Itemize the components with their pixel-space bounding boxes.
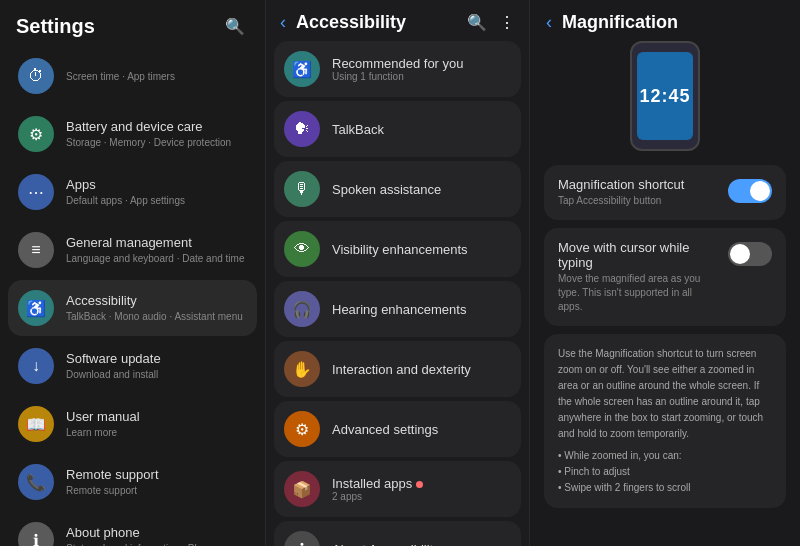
magnification-description-block: Use the Magnification shortcut to turn s… xyxy=(544,334,786,508)
accessibility-back-button[interactable]: ‹ xyxy=(280,12,286,33)
item-text: About Accessibility xyxy=(332,542,440,547)
item-name: Remote support xyxy=(66,467,159,484)
item-name: Interaction and dexterity xyxy=(332,362,471,377)
item-name: Advanced settings xyxy=(332,422,438,437)
toggle-knob xyxy=(750,181,770,201)
list-item[interactable]: ℹ About Accessibility xyxy=(274,521,521,546)
magnification-shortcut-title: Magnification shortcut xyxy=(558,177,718,192)
accessibility-more-icon[interactable]: ⋮ xyxy=(499,13,515,32)
item-icon: 👁 xyxy=(284,231,320,267)
list-item[interactable]: 🎧 Hearing enhancements xyxy=(274,281,521,337)
item-icon: ⚙ xyxy=(18,116,54,152)
item-name: TalkBack xyxy=(332,122,384,137)
notification-dot xyxy=(416,481,423,488)
item-icon: ⋯ xyxy=(18,174,54,210)
item-icon: ⏱ xyxy=(18,58,54,94)
item-text: About phone Status · Legal information ·… xyxy=(66,525,244,546)
item-text: General management Language and keyboard… xyxy=(66,235,244,266)
item-text: Software update Download and install xyxy=(66,351,161,382)
item-truncated: Screen time · App timers xyxy=(66,71,175,82)
item-name: User manual xyxy=(66,409,140,426)
left-panel: Settings 🔍 ⏱ Screen time · App timers ⚙ … xyxy=(0,0,265,546)
item-icon: ℹ xyxy=(18,522,54,546)
item-sub: Learn more xyxy=(66,426,140,439)
settings-title: Settings xyxy=(16,15,95,38)
item-icon: 🎙 xyxy=(284,171,320,207)
list-item[interactable]: ✋ Interaction and dexterity xyxy=(274,341,521,397)
middle-panel: ‹ Accessibility 🔍 ⋮ ♿ Recommended for yo… xyxy=(265,0,530,546)
magnification-description-text: Use the Magnification shortcut to turn s… xyxy=(558,348,763,439)
item-name: Recommended for you xyxy=(332,56,464,71)
accessibility-title: Accessibility xyxy=(296,12,461,33)
item-text: Battery and device care Storage · Memory… xyxy=(66,119,231,150)
list-item[interactable]: ⚙ Advanced settings xyxy=(274,401,521,457)
list-item[interactable]: ⏱ Screen time · App timers xyxy=(8,48,257,104)
item-icon: ✋ xyxy=(284,351,320,387)
right-content: 12:45 Magnification shortcut Tap Accessi… xyxy=(530,41,800,546)
item-icon: ⚙ xyxy=(284,411,320,447)
accessibility-search-icon[interactable]: 🔍 xyxy=(467,13,487,32)
move-cursor-text: Move with cursor while typing Move the m… xyxy=(558,240,718,314)
item-name: Installed apps xyxy=(332,476,423,491)
item-text: Installed apps 2 apps xyxy=(332,476,423,502)
item-text: Advanced settings xyxy=(332,422,438,437)
list-item[interactable]: ≡ General management Language and keyboa… xyxy=(8,222,257,278)
item-icon: 📦 xyxy=(284,471,320,507)
item-icon: 🎧 xyxy=(284,291,320,327)
magnification-shortcut-row: Magnification shortcut Tap Accessibility… xyxy=(558,177,772,208)
item-text: Remote support Remote support xyxy=(66,467,159,498)
item-name: Spoken assistance xyxy=(332,182,441,197)
list-item[interactable]: ↓ Software update Download and install xyxy=(8,338,257,394)
while-zoomed-list: While zoomed in, you can: Pinch to adjus… xyxy=(558,448,772,496)
item-text: Screen time · App timers xyxy=(66,71,175,82)
left-panel-header: Settings 🔍 xyxy=(0,0,265,48)
while-zoomed-item-2: Swipe with 2 fingers to scroll xyxy=(558,480,772,496)
item-text: Accessibility TalkBack · Mono audio · As… xyxy=(66,293,243,324)
list-item[interactable]: 🗣 TalkBack xyxy=(274,101,521,157)
settings-search-icon[interactable]: 🔍 xyxy=(221,12,249,40)
list-item[interactable]: 👁 Visibility enhancements xyxy=(274,221,521,277)
item-name: Visibility enhancements xyxy=(332,242,468,257)
item-icon: ↓ xyxy=(18,348,54,384)
magnification-shortcut-text: Magnification shortcut Tap Accessibility… xyxy=(558,177,718,208)
item-icon: ♿ xyxy=(18,290,54,326)
move-cursor-row: Move with cursor while typing Move the m… xyxy=(558,240,772,314)
item-icon: ≡ xyxy=(18,232,54,268)
move-cursor-toggle[interactable] xyxy=(728,242,772,266)
list-item[interactable]: ℹ About phone Status · Legal information… xyxy=(8,512,257,546)
item-name: Accessibility xyxy=(66,293,243,310)
item-name: Apps xyxy=(66,177,185,194)
item-name: About phone xyxy=(66,525,244,542)
list-item[interactable]: 🎙 Spoken assistance xyxy=(274,161,521,217)
move-cursor-title: Move with cursor while typing xyxy=(558,240,718,270)
item-text: Visibility enhancements xyxy=(332,242,468,257)
list-item[interactable]: 📞 Remote support Remote support xyxy=(8,454,257,510)
list-item[interactable]: ⚙ Battery and device care Storage · Memo… xyxy=(8,106,257,162)
item-text: Interaction and dexterity xyxy=(332,362,471,377)
magnification-back-button[interactable]: ‹ xyxy=(546,12,552,33)
move-cursor-desc: Move the magnified area as you type. Thi… xyxy=(558,272,718,314)
while-zoomed-title: While zoomed in, you can: xyxy=(558,448,772,464)
item-text: TalkBack xyxy=(332,122,384,137)
item-text: Recommended for you Using 1 function xyxy=(332,56,464,82)
item-sub: Download and install xyxy=(66,368,161,381)
magnification-shortcut-toggle[interactable] xyxy=(728,179,772,203)
toggle-knob-2 xyxy=(730,244,750,264)
item-icon: 🗣 xyxy=(284,111,320,147)
list-item[interactable]: ⋯ Apps Default apps · App settings xyxy=(8,164,257,220)
phone-screen-time: 12:45 xyxy=(637,52,693,140)
list-item[interactable]: ♿ Recommended for you Using 1 function xyxy=(274,41,521,97)
list-item[interactable]: 📖 User manual Learn more xyxy=(8,396,257,452)
item-sub: Default apps · App settings xyxy=(66,194,185,207)
middle-header-icons: 🔍 ⋮ xyxy=(467,13,515,32)
magnification-description: Use the Magnification shortcut to turn s… xyxy=(558,346,772,496)
right-panel: ‹ Magnification 12:45 Magnification shor… xyxy=(530,0,800,546)
item-sub: 2 apps xyxy=(332,491,423,502)
list-item[interactable]: ♿ Accessibility TalkBack · Mono audio · … xyxy=(8,280,257,336)
item-name: Software update xyxy=(66,351,161,368)
settings-list: ⏱ Screen time · App timers ⚙ Battery and… xyxy=(0,48,265,546)
move-cursor-block: Move with cursor while typing Move the m… xyxy=(544,228,786,326)
list-item[interactable]: 📦 Installed apps 2 apps xyxy=(274,461,521,517)
phone-preview: 12:45 xyxy=(544,41,786,151)
item-sub: TalkBack · Mono audio · Assistant menu xyxy=(66,310,243,323)
